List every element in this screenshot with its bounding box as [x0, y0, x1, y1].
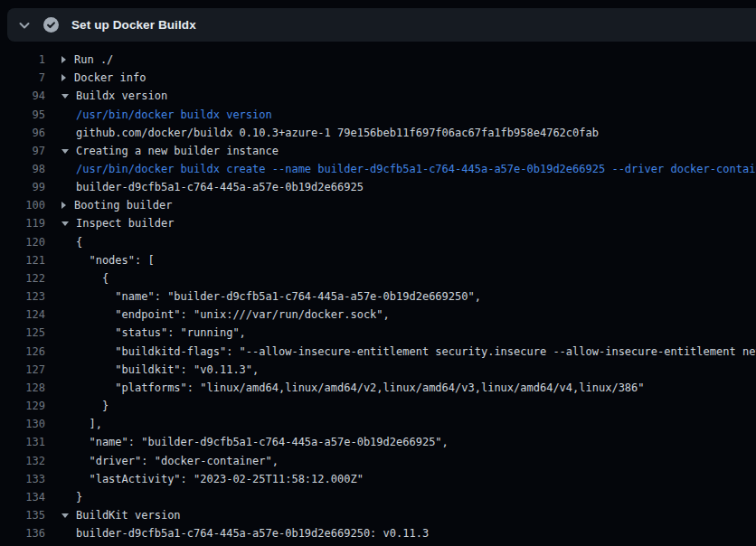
log-line: 100Booting builder [0, 196, 756, 214]
chevron-right-icon [61, 202, 66, 209]
log-output-text: } [61, 400, 109, 412]
log-text-cell: "buildkitd-flags": "--allow-insecure-ent… [61, 345, 756, 358]
log-text-cell: "platforms": "linux/amd64,linux/amd64/v2… [61, 381, 645, 394]
log-text-cell: "name": "builder-d9cfb5a1-c764-445a-a57e… [61, 436, 449, 448]
log-line: 129 } [0, 397, 756, 415]
log-text-cell: "endpoint": "unix:///var/run/docker.sock… [61, 308, 390, 321]
log-output-text: { [61, 272, 109, 285]
log-text-cell: "status": "running", [61, 326, 246, 339]
log-text-cell: } [61, 400, 109, 412]
log-output-text: "nodes": [ [61, 254, 155, 267]
log-text-cell: "buildkit": "v0.11.3", [61, 363, 259, 376]
line-number[interactable]: 130 [0, 418, 45, 430]
log-group-title: Run ./ [74, 53, 113, 66]
log-output-text: builder-d9cfb5a1-c764-445a-a57e-0b19d2e6… [61, 181, 364, 193]
chevron-down-icon [61, 221, 69, 226]
log-output-text: "platforms": "linux/amd64,linux/amd64/v2… [61, 381, 645, 394]
log-command-text: /usr/bin/docker buildx version [61, 108, 272, 121]
log-command-text: /usr/bin/docker buildx create --name bui… [61, 163, 756, 175]
step-header[interactable]: Set up Docker Buildx [7, 8, 756, 42]
chevron-down-icon [61, 513, 69, 518]
log-line: 128 "platforms": "linux/amd64,linux/amd6… [0, 379, 756, 397]
chevron-down-icon[interactable] [17, 18, 32, 33]
log-group-title: Booting builder [74, 199, 172, 212]
log-text-cell: builder-d9cfb5a1-c764-445a-a57e-0b19d2e6… [61, 181, 364, 193]
line-number[interactable]: 96 [0, 127, 45, 139]
log-text-cell: /usr/bin/docker buildx create --name bui… [61, 163, 756, 175]
log-line: 99builder-d9cfb5a1-c764-445a-a57e-0b19d2… [0, 178, 756, 196]
line-number[interactable]: 99 [0, 181, 45, 193]
log-text-cell: "nodes": [ [61, 254, 155, 267]
log-output-text: "lastActivity": "2023-02-25T11:58:12.000… [61, 473, 364, 485]
log-output-text: "name": "builder-d9cfb5a1-c764-445a-a57e… [61, 290, 481, 303]
line-number[interactable]: 7 [0, 71, 45, 84]
line-number[interactable]: 133 [0, 473, 45, 485]
log-group-title: Buildx version [76, 89, 167, 102]
log-text-cell: } [61, 491, 82, 504]
line-number[interactable]: 119 [0, 217, 45, 230]
line-number[interactable]: 134 [0, 491, 45, 504]
log-output-text: builder-d9cfb5a1-c764-445a-a57e-0b19d2e6… [61, 527, 429, 540]
chevron-down-icon [61, 149, 69, 154]
log-line: 1Run ./ [0, 51, 756, 69]
log-line: 119Inspect builder [0, 214, 756, 232]
log-output-text: "driver": "docker-container", [61, 455, 279, 467]
line-number[interactable]: 100 [0, 199, 45, 212]
log-container: 1Run ./7Docker info94Buildx version95/us… [0, 51, 756, 542]
log-line: 7Docker info [0, 69, 756, 87]
log-line: 97Creating a new builder instance [0, 142, 756, 160]
log-line: 136builder-d9cfb5a1-c764-445a-a57e-0b19d… [0, 524, 756, 542]
log-group-toggle[interactable]: Inspect builder [61, 217, 174, 230]
log-text-cell: "driver": "docker-container", [61, 455, 279, 467]
chevron-down-icon [61, 94, 69, 99]
log-text-cell: { [61, 272, 109, 285]
log-output-text: "buildkitd-flags": "--allow-insecure-ent… [61, 345, 756, 358]
line-number[interactable]: 123 [0, 290, 45, 303]
line-number[interactable]: 95 [0, 108, 45, 121]
log-group-title: Inspect builder [76, 217, 174, 230]
line-number[interactable]: 126 [0, 345, 45, 358]
log-line: 135BuildKit version [0, 506, 756, 524]
log-line: 130 ], [0, 415, 756, 433]
check-circle-icon [43, 17, 59, 33]
line-number[interactable]: 98 [0, 163, 45, 175]
line-number[interactable]: 120 [0, 236, 45, 249]
chevron-right-icon [61, 56, 66, 63]
log-line: 98/usr/bin/docker buildx create --name b… [0, 160, 756, 178]
log-output-text: ], [61, 418, 102, 430]
log-group-toggle[interactable]: Buildx version [61, 89, 167, 102]
log-line: 125 "status": "running", [0, 324, 756, 342]
line-number[interactable]: 136 [0, 527, 45, 540]
line-number[interactable]: 135 [0, 509, 45, 522]
line-number[interactable]: 129 [0, 400, 45, 412]
log-group-toggle[interactable]: Creating a new builder instance [61, 145, 279, 157]
log-line: 121 "nodes": [ [0, 251, 756, 269]
line-number[interactable]: 131 [0, 436, 45, 448]
log-group-toggle[interactable]: Booting builder [61, 199, 172, 212]
log-text-cell: builder-d9cfb5a1-c764-445a-a57e-0b19d2e6… [61, 527, 429, 540]
log-line: 94Buildx version [0, 87, 756, 105]
log-line: 120{ [0, 233, 756, 251]
line-number[interactable]: 128 [0, 381, 45, 394]
line-number[interactable]: 132 [0, 455, 45, 467]
line-number[interactable]: 124 [0, 308, 45, 321]
line-number[interactable]: 1 [0, 53, 45, 66]
line-number[interactable]: 121 [0, 254, 45, 267]
log-group-title: Docker info [74, 71, 146, 84]
log-line: 133 "lastActivity": "2023-02-25T11:58:12… [0, 470, 756, 488]
log-group-toggle[interactable]: BuildKit version [61, 509, 181, 522]
log-group-toggle[interactable]: Docker info [61, 71, 146, 84]
log-output-text: "status": "running", [61, 326, 246, 339]
log-text-cell: "lastActivity": "2023-02-25T11:58:12.000… [61, 473, 364, 485]
line-number[interactable]: 125 [0, 326, 45, 339]
line-number[interactable]: 94 [0, 89, 45, 102]
line-number[interactable]: 127 [0, 363, 45, 376]
log-group-toggle[interactable]: Run ./ [61, 53, 113, 66]
log-output-text: { [61, 236, 82, 249]
log-text-cell: "name": "builder-d9cfb5a1-c764-445a-a57e… [61, 290, 481, 303]
line-number[interactable]: 97 [0, 145, 45, 157]
chevron-right-icon [61, 74, 66, 81]
log-output-text: github.com/docker/buildx 0.10.3+azure-1 … [61, 127, 599, 139]
log-group-title: Creating a new builder instance [76, 145, 279, 157]
line-number[interactable]: 122 [0, 272, 45, 285]
